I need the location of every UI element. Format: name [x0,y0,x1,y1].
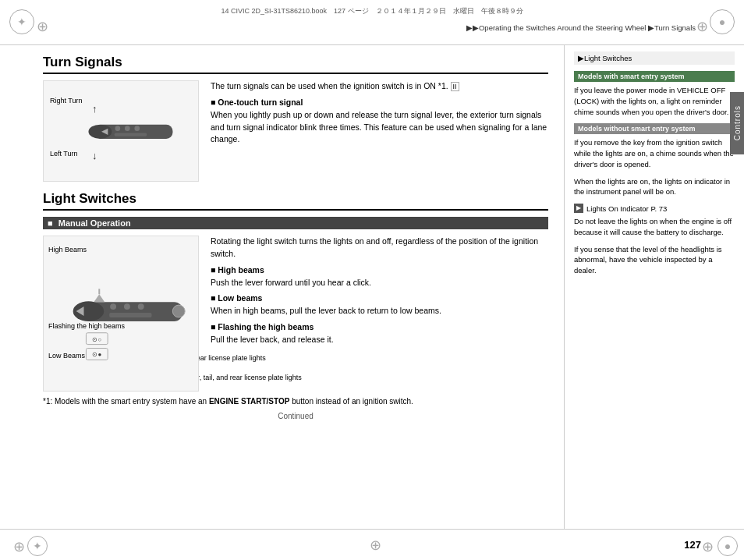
low-beams-label: Low Beams [48,352,85,360]
sidebar-ref-title: ▶Light Switches [574,51,735,65]
left-turn-label: Left Turn [50,150,78,158]
file-info: 14 CIVIC 2D_SI-31TS86210.book 127 ページ ２０… [39,6,705,16]
svg-rect-5 [115,133,147,136]
no-smart-text: If you remove the key from the ignition … [574,137,735,169]
crosshair-bl: ⊕ [9,537,28,556]
flash-heading: Flashing the high beams [211,322,548,331]
svg-point-11 [138,303,144,310]
ref-arrow-icon: ▶ [574,204,583,213]
smart-entry-text: If you leave the power mode in VEHICLE O… [574,85,735,117]
controls-tab: Controls [730,92,744,154]
svg-point-16 [172,305,185,317]
svg-point-10 [124,303,130,310]
svg-marker-13 [94,294,105,302]
footnote: *1: Models with the smart entry system h… [43,396,548,407]
high-beams-label: High Beams [48,246,87,253]
page-header: 14 CIVIC 2D_SI-31TS86210.book 127 ページ ２０… [0,0,744,45]
low-beams-text: When in high beams, pull the lever back … [211,305,548,317]
smart-entry-label: Models with smart entry system [574,71,735,82]
manual-operation-title: ■ Manual Operation [43,217,548,229]
light-switch-svg: ⊙○ ⊙● [44,236,198,392]
continued-label: Continued [43,412,548,420]
general-note-3: If you sense that the level of the headl… [574,244,735,276]
left-content: Turn Signals Right Turn Left Turn ↑ [0,45,565,529]
flash-label: Flashing the high beams [48,322,125,330]
svg-point-3 [125,126,130,131]
svg-point-9 [110,303,116,310]
svg-point-4 [134,126,140,131]
left-turn-arrow-down: ↓ [92,150,97,161]
right-turn-label: Right Turn [50,97,83,105]
light-switches-figure: High Beams Flashing the high beams Low B… [43,236,199,392]
high-beams-heading: High beams [211,265,548,275]
turn-signals-figure: Right Turn Left Turn ↑ [43,80,199,182]
right-sidebar: ▶Light Switches Models with smart entry … [565,45,744,529]
svg-point-2 [115,126,121,131]
crosshair-bottom-center: ⊕ [366,536,384,555]
page-footer: ⊕ ✦ ⊕ 127 ⊕ ● [0,529,744,560]
turn-signals-text: The turn signals can be used when the ig… [211,80,548,182]
light-switches-title: Light Switches [43,191,548,211]
main-content: Turn Signals Right Turn Left Turn ↑ [0,45,744,529]
svg-text:⊙●: ⊙● [92,351,101,358]
footnote-bold: ENGINE START/STOP [209,397,290,406]
rotating-text: Rotating the light switch turns the ligh… [211,236,548,261]
crosshair-br: ⊕ [698,537,717,556]
turn-signals-row: Right Turn Left Turn ↑ [43,80,548,182]
corner-bl: ✦ [27,536,48,556]
right-turn-arrow-up: ↑ [92,103,97,115]
turn-signals-title: Turn Signals [43,55,548,74]
general-note-2: Do not leave the lights on when the engi… [574,216,735,238]
one-touch-heading: One-touch turn signal [211,97,548,107]
flash-text: Pull the lever back, and release it. [211,334,548,346]
breadcrumb: ▶▶Operating the Switches Around the Stee… [465,23,697,32]
svg-rect-12 [109,313,151,317]
low-beams-heading: Low beams [211,293,548,303]
general-note-1: When the lights are on, the lights on in… [574,176,735,198]
one-touch-text: When you lightly push up or down and rel… [211,109,548,146]
svg-point-1 [88,125,112,139]
light-switches-text: Rotating the light switch turns the ligh… [211,236,548,392]
turn-signals-intro: The turn signals can be used when the ig… [211,80,548,93]
no-smart-label: Models without smart entry system [574,123,735,134]
controls-tab-label: Controls [733,105,742,140]
high-beams-text: Push the lever forward until you hear a … [211,277,548,289]
light-switches-row: High Beams Flashing the high beams Low B… [43,236,548,392]
corner-br: ● [717,536,738,556]
ref-link: ▶ Lights On Indicator P. 73 [574,204,735,213]
ref-link-text: Lights On Indicator P. 73 [586,204,667,213]
svg-text:⊙○: ⊙○ [92,336,101,343]
